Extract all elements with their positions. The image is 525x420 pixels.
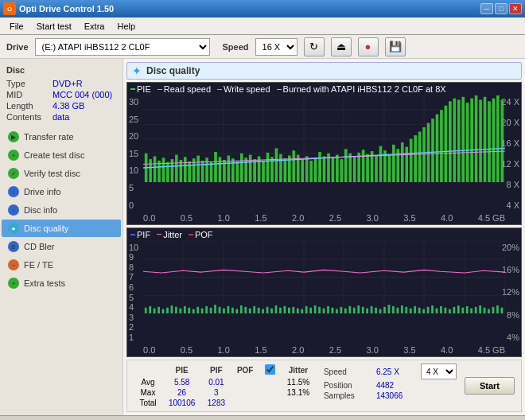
svg-rect-134 xyxy=(235,309,238,313)
menu-help[interactable]: Help xyxy=(111,20,142,33)
sidebar-item-disc-info[interactable]: i Disc info xyxy=(2,201,121,219)
drive-bar: Drive (E:) ATAPI iHBS112 2 CL0F Speed 16… xyxy=(0,35,525,59)
svg-rect-119 xyxy=(171,305,173,313)
svg-rect-23 xyxy=(175,155,178,183)
sidebar-item-create-test-disc[interactable]: + Create test disc xyxy=(2,146,121,164)
chart1-y-left: 302520151050 xyxy=(129,97,138,210)
sidebar-item-drive-info[interactable]: i Drive info xyxy=(2,183,121,200)
svg-rect-169 xyxy=(388,305,391,313)
refresh-button[interactable]: ↻ xyxy=(304,37,325,56)
speed-mode-select[interactable]: 4 X xyxy=(421,364,457,379)
total-pif: 1283 xyxy=(201,398,231,408)
drive-select[interactable]: (E:) ATAPI iHBS112 2 CL0F xyxy=(35,38,210,56)
disc-section-header: Disc xyxy=(0,62,122,78)
maximize-button[interactable]: □ xyxy=(495,3,508,14)
avg-label: Avg xyxy=(134,377,162,387)
svg-rect-53 xyxy=(305,156,309,182)
svg-rect-153 xyxy=(318,306,321,313)
quality-header: ✦ Disc quality xyxy=(126,62,522,80)
header-pof: POF xyxy=(231,364,259,377)
svg-rect-150 xyxy=(305,305,308,313)
svg-rect-80 xyxy=(422,127,426,182)
svg-rect-18 xyxy=(154,156,157,182)
sidebar-item-extra-tests-label: Extra tests xyxy=(24,278,65,288)
svg-rect-132 xyxy=(228,305,230,313)
pie-chart: PIE Read speed Write speed Burned with A… xyxy=(126,82,522,225)
disc-mid-value: MCC 004 (000) xyxy=(52,90,112,99)
disc-mid-row: MID MCC 004 (000) xyxy=(0,89,122,100)
close-button[interactable]: ✕ xyxy=(509,3,522,14)
svg-rect-195 xyxy=(501,307,504,313)
jitter-checkbox[interactable] xyxy=(265,364,275,375)
chart2-y-left: 10987654321 xyxy=(129,243,138,342)
svg-rect-85 xyxy=(445,106,448,182)
disc-length-label: Length xyxy=(6,101,52,111)
svg-rect-93 xyxy=(479,99,482,182)
eject-button[interactable]: ⏏ xyxy=(331,37,352,56)
svg-rect-144 xyxy=(279,307,282,313)
sidebar-item-fe-te[interactable]: ~ FE / TE xyxy=(2,256,121,274)
legend-writespeed: Write speed xyxy=(224,84,270,94)
disc-length-row: Length 4.38 GB xyxy=(0,100,122,111)
start-button[interactable]: Start xyxy=(465,377,515,395)
svg-rect-96 xyxy=(492,99,496,183)
svg-rect-92 xyxy=(475,95,478,182)
svg-rect-123 xyxy=(188,307,190,313)
svg-rect-39 xyxy=(244,158,247,182)
sidebar-item-verify-test-disc[interactable]: ✓ Verify test disc xyxy=(2,165,121,182)
app-title: Opti Drive Control 1.50 xyxy=(19,4,114,14)
svg-rect-115 xyxy=(154,308,156,313)
position-row: Position 4482 xyxy=(324,381,457,390)
sidebar-item-extra-tests[interactable]: + Extra tests xyxy=(2,274,121,292)
speed-stat-label: Speed xyxy=(324,368,371,376)
svg-rect-59 xyxy=(332,158,335,182)
svg-rect-83 xyxy=(436,115,439,183)
speed-select[interactable]: 16 X xyxy=(255,38,298,56)
header-pif: PIF xyxy=(201,364,231,377)
stats-area: PIE PIF POF Jitter Avg 5.58 0.01 11.5% xyxy=(126,360,522,412)
sidebar-item-disc-quality-label: Disc quality xyxy=(24,224,68,233)
sidebar-item-disc-quality[interactable]: ● Disc quality xyxy=(2,220,121,237)
disc-length-value: 4.38 GB xyxy=(52,101,84,111)
svg-rect-164 xyxy=(366,308,368,313)
save-button[interactable]: 💾 xyxy=(385,37,406,56)
svg-rect-180 xyxy=(436,308,438,313)
svg-rect-35 xyxy=(228,156,231,183)
avg-pie: 5.58 xyxy=(162,377,201,387)
svg-rect-193 xyxy=(492,306,495,313)
status-bar: Status window >> Test completed 100.0% 1… xyxy=(0,415,525,420)
sidebar-item-cd-bler[interactable]: B CD Bler xyxy=(2,238,121,255)
header-pie: PIE xyxy=(162,364,201,377)
menu-start-test[interactable]: Start test xyxy=(30,20,78,33)
svg-rect-139 xyxy=(258,307,260,313)
sidebar-item-transfer-rate[interactable]: ▶ Transfer rate xyxy=(2,128,121,146)
svg-rect-148 xyxy=(297,308,299,313)
pif-chart: PIF Jitter POF 10987654321 20%16%12%8%4% xyxy=(126,228,522,357)
disc-icon-btn[interactable]: ● xyxy=(358,37,379,56)
chart1-svg xyxy=(143,95,505,182)
svg-rect-177 xyxy=(422,309,425,313)
sidebar-item-fe-te-label: FE / TE xyxy=(24,260,53,270)
avg-pof xyxy=(231,377,259,387)
svg-rect-136 xyxy=(244,306,247,313)
svg-rect-41 xyxy=(253,159,256,182)
menu-file[interactable]: File xyxy=(3,20,30,33)
svg-rect-73 xyxy=(392,145,395,182)
svg-rect-163 xyxy=(362,306,364,313)
svg-rect-17 xyxy=(149,159,152,182)
sidebar-item-create-test-disc-label: Create test disc xyxy=(24,150,84,160)
svg-rect-127 xyxy=(205,305,208,313)
samples-row: Samples 143066 xyxy=(324,391,457,400)
svg-rect-90 xyxy=(466,103,469,182)
svg-rect-82 xyxy=(431,119,434,182)
svg-rect-154 xyxy=(323,308,325,313)
minimize-button[interactable]: ─ xyxy=(480,3,493,14)
svg-rect-149 xyxy=(301,309,303,313)
svg-rect-46 xyxy=(275,148,278,182)
svg-rect-126 xyxy=(201,308,204,313)
menu-extra[interactable]: Extra xyxy=(78,20,111,33)
drive-info-icon: i xyxy=(8,186,19,197)
stats-right: Speed 6.25 X 4 X Position 4482 Samples 1… xyxy=(324,364,457,408)
svg-rect-130 xyxy=(219,306,221,313)
total-label: Total xyxy=(134,398,162,408)
